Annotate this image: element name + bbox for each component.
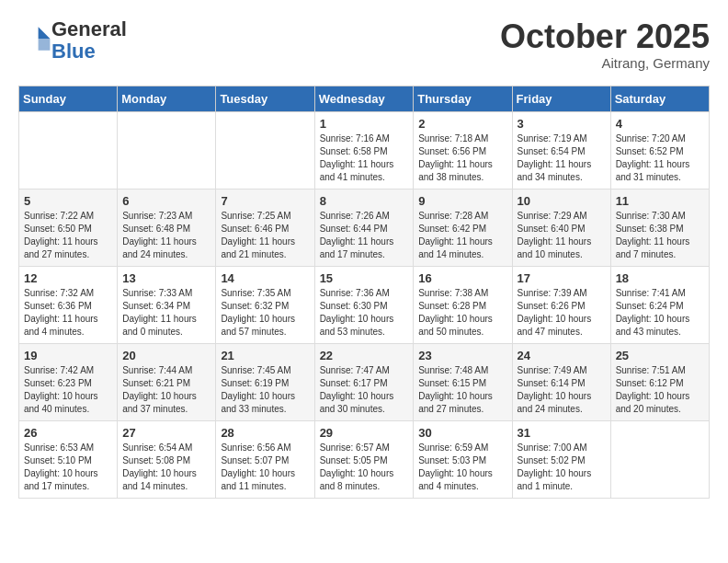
day-info: Sunrise: 6:53 AM Sunset: 5:10 PM Dayligh… (24, 442, 112, 493)
day-number: 13 (122, 271, 210, 285)
calendar-cell: 9Sunrise: 7:28 AM Sunset: 6:42 PM Daylig… (414, 189, 512, 266)
calendar-cell: 6Sunrise: 7:23 AM Sunset: 6:48 PM Daylig… (118, 189, 216, 266)
day-number: 30 (418, 426, 506, 440)
calendar-cell: 3Sunrise: 7:19 AM Sunset: 6:54 PM Daylig… (512, 111, 610, 189)
day-number: 14 (221, 271, 309, 285)
day-number: 7 (221, 194, 309, 208)
calendar-cell: 14Sunrise: 7:35 AM Sunset: 6:32 PM Dayli… (216, 266, 314, 343)
day-info: Sunrise: 7:45 AM Sunset: 6:19 PM Dayligh… (221, 364, 309, 416)
calendar-cell: 30Sunrise: 6:59 AM Sunset: 5:03 PM Dayli… (414, 420, 512, 498)
calendar-cell: 17Sunrise: 7:39 AM Sunset: 6:26 PM Dayli… (512, 266, 610, 343)
calendar-cell: 1Sunrise: 7:16 AM Sunset: 6:58 PM Daylig… (314, 111, 414, 189)
calendar-cell (19, 111, 118, 189)
day-number: 6 (122, 194, 210, 208)
calendar-cell: 28Sunrise: 6:56 AM Sunset: 5:07 PM Dayli… (216, 420, 314, 498)
calendar-cell: 22Sunrise: 7:47 AM Sunset: 6:17 PM Dayli… (314, 343, 414, 420)
day-info: Sunrise: 7:35 AM Sunset: 6:32 PM Dayligh… (221, 287, 309, 339)
day-number: 2 (418, 117, 506, 131)
day-info: Sunrise: 6:59 AM Sunset: 5:03 PM Dayligh… (418, 442, 506, 493)
calendar-cell: 25Sunrise: 7:51 AM Sunset: 6:12 PM Dayli… (610, 343, 709, 420)
day-info: Sunrise: 7:25 AM Sunset: 6:46 PM Dayligh… (221, 210, 309, 261)
calendar-cell: 24Sunrise: 7:49 AM Sunset: 6:14 PM Dayli… (512, 343, 610, 420)
calendar-week-4: 26Sunrise: 6:53 AM Sunset: 5:10 PM Dayli… (19, 420, 710, 498)
calendar-week-1: 5Sunrise: 7:22 AM Sunset: 6:50 PM Daylig… (19, 189, 710, 266)
title-block: October 2025 Aitrang, Germany (500, 18, 710, 71)
day-number: 18 (616, 271, 704, 285)
calendar-week-0: 1Sunrise: 7:16 AM Sunset: 6:58 PM Daylig… (19, 111, 710, 189)
day-info: Sunrise: 7:00 AM Sunset: 5:02 PM Dayligh… (518, 442, 606, 493)
calendar-cell: 5Sunrise: 7:22 AM Sunset: 6:50 PM Daylig… (19, 189, 118, 266)
calendar-cell: 27Sunrise: 6:54 AM Sunset: 5:08 PM Dayli… (118, 420, 216, 498)
calendar-cell: 11Sunrise: 7:30 AM Sunset: 6:38 PM Dayli… (610, 189, 709, 266)
day-number: 11 (616, 194, 704, 208)
day-info: Sunrise: 7:30 AM Sunset: 6:38 PM Dayligh… (616, 210, 704, 261)
day-info: Sunrise: 6:54 AM Sunset: 5:08 PM Dayligh… (122, 442, 210, 493)
weekday-header-sunday: Sunday (19, 86, 118, 111)
weekday-header-wednesday: Wednesday (314, 86, 414, 111)
calendar-cell: 8Sunrise: 7:26 AM Sunset: 6:44 PM Daylig… (314, 189, 414, 266)
calendar-cell: 26Sunrise: 6:53 AM Sunset: 5:10 PM Dayli… (19, 420, 118, 498)
day-number: 8 (320, 194, 409, 208)
logo-general-text: General (51, 17, 127, 40)
calendar-cell: 21Sunrise: 7:45 AM Sunset: 6:19 PM Dayli… (216, 343, 314, 420)
day-number: 4 (616, 117, 704, 131)
day-info: Sunrise: 7:48 AM Sunset: 6:15 PM Dayligh… (418, 364, 506, 416)
calendar-cell: 23Sunrise: 7:48 AM Sunset: 6:15 PM Dayli… (414, 343, 512, 420)
day-info: Sunrise: 7:51 AM Sunset: 6:12 PM Dayligh… (616, 364, 704, 416)
day-number: 17 (518, 271, 606, 285)
calendar-cell: 10Sunrise: 7:29 AM Sunset: 6:40 PM Dayli… (512, 189, 610, 266)
day-number: 9 (418, 194, 506, 208)
day-number: 5 (24, 194, 112, 208)
calendar-table: SundayMondayTuesdayWednesdayThursdayFrid… (18, 86, 710, 499)
calendar-week-3: 19Sunrise: 7:42 AM Sunset: 6:23 PM Dayli… (19, 343, 710, 420)
day-number: 10 (518, 194, 606, 208)
day-info: Sunrise: 7:47 AM Sunset: 6:17 PM Dayligh… (320, 364, 409, 416)
day-number: 21 (221, 349, 309, 362)
weekday-header-row: SundayMondayTuesdayWednesdayThursdayFrid… (19, 86, 710, 111)
page-header: General Blue October 2025 Aitrang, Germa… (18, 18, 710, 71)
weekday-header-saturday: Saturday (610, 86, 709, 111)
day-info: Sunrise: 7:33 AM Sunset: 6:34 PM Dayligh… (122, 287, 210, 339)
day-info: Sunrise: 7:18 AM Sunset: 6:56 PM Dayligh… (418, 132, 506, 184)
weekday-header-thursday: Thursday (414, 86, 512, 111)
day-number: 31 (518, 426, 606, 440)
calendar-cell: 31Sunrise: 7:00 AM Sunset: 5:02 PM Dayli… (512, 420, 610, 498)
svg-marker-0 (39, 27, 51, 39)
day-info: Sunrise: 7:32 AM Sunset: 6:36 PM Dayligh… (24, 287, 112, 339)
weekday-header-tuesday: Tuesday (216, 86, 314, 111)
calendar-cell: 4Sunrise: 7:20 AM Sunset: 6:52 PM Daylig… (610, 111, 709, 189)
day-number: 15 (320, 271, 409, 285)
calendar-cell: 2Sunrise: 7:18 AM Sunset: 6:56 PM Daylig… (414, 111, 512, 189)
day-number: 1 (320, 117, 409, 131)
logo: General Blue (18, 18, 127, 63)
calendar-cell: 13Sunrise: 7:33 AM Sunset: 6:34 PM Dayli… (118, 266, 216, 343)
day-number: 25 (616, 349, 704, 362)
day-info: Sunrise: 7:36 AM Sunset: 6:30 PM Dayligh… (320, 287, 409, 339)
day-info: Sunrise: 7:16 AM Sunset: 6:58 PM Dayligh… (320, 132, 409, 184)
logo-blue-text: Blue (51, 40, 96, 63)
month-title: October 2025 (500, 18, 710, 55)
weekday-header-friday: Friday (512, 86, 610, 111)
day-info: Sunrise: 7:19 AM Sunset: 6:54 PM Dayligh… (518, 132, 606, 184)
day-number: 3 (518, 117, 606, 131)
day-number: 19 (24, 349, 112, 362)
calendar-cell: 15Sunrise: 7:36 AM Sunset: 6:30 PM Dayli… (314, 266, 414, 343)
day-info: Sunrise: 7:29 AM Sunset: 6:40 PM Dayligh… (518, 210, 606, 261)
calendar-cell: 29Sunrise: 6:57 AM Sunset: 5:05 PM Dayli… (314, 420, 414, 498)
logo-icon (22, 24, 51, 53)
day-info: Sunrise: 7:23 AM Sunset: 6:48 PM Dayligh… (122, 210, 210, 261)
day-number: 27 (122, 426, 210, 440)
location-text: Aitrang, Germany (500, 55, 710, 71)
calendar-cell: 18Sunrise: 7:41 AM Sunset: 6:24 PM Dayli… (610, 266, 709, 343)
day-info: Sunrise: 7:39 AM Sunset: 6:26 PM Dayligh… (518, 287, 606, 339)
day-info: Sunrise: 7:49 AM Sunset: 6:14 PM Dayligh… (518, 364, 606, 416)
day-info: Sunrise: 7:28 AM Sunset: 6:42 PM Dayligh… (418, 210, 506, 261)
day-info: Sunrise: 7:26 AM Sunset: 6:44 PM Dayligh… (320, 210, 409, 261)
calendar-cell: 20Sunrise: 7:44 AM Sunset: 6:21 PM Dayli… (118, 343, 216, 420)
day-info: Sunrise: 7:20 AM Sunset: 6:52 PM Dayligh… (616, 132, 704, 184)
day-number: 28 (221, 426, 309, 440)
day-number: 24 (518, 349, 606, 362)
day-info: Sunrise: 7:22 AM Sunset: 6:50 PM Dayligh… (24, 210, 112, 261)
day-number: 29 (320, 426, 409, 440)
calendar-week-2: 12Sunrise: 7:32 AM Sunset: 6:36 PM Dayli… (19, 266, 710, 343)
